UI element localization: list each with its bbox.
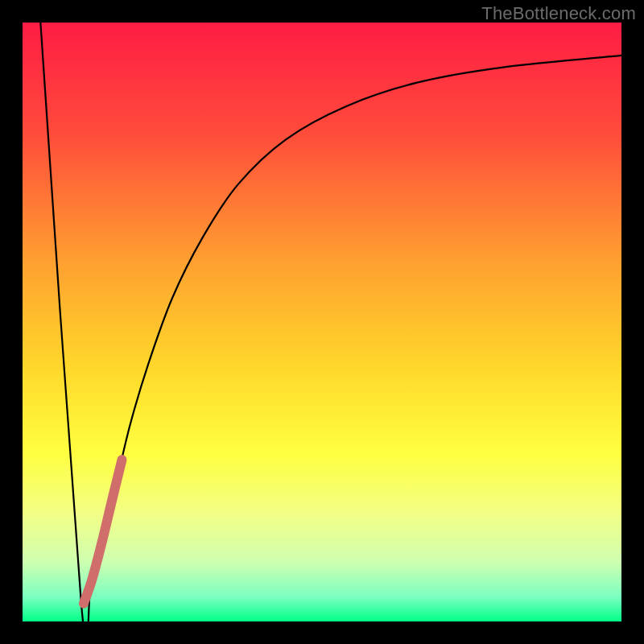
gradient-background	[23, 23, 621, 621]
chart-frame: TheBottleneck.com	[0, 0, 644, 644]
plot-area	[23, 23, 621, 621]
watermark-text: TheBottleneck.com	[481, 3, 636, 24]
chart-svg	[23, 23, 621, 621]
